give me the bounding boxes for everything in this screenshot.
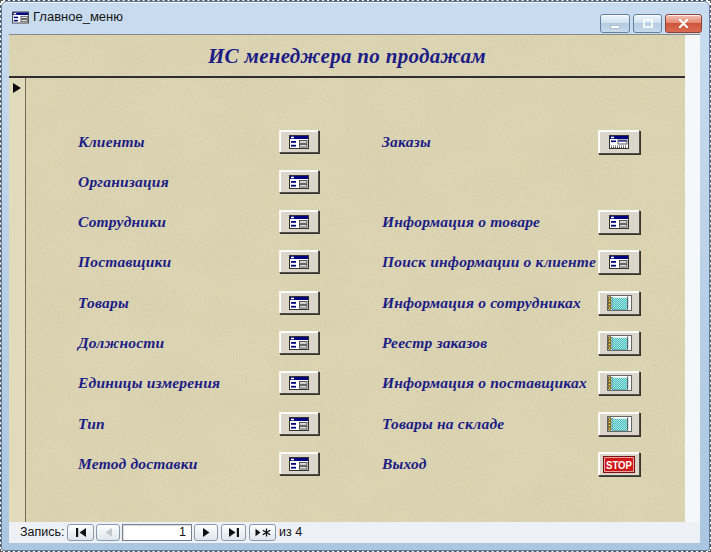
record-navigation-bar: Запись: 1 из 4 — [9, 522, 700, 543]
restore-button[interactable] — [633, 14, 662, 33]
open-report-button[interactable] — [598, 331, 640, 355]
menu-row: Должности — [78, 330, 324, 356]
window-title: Главное_меню — [33, 2, 123, 32]
access-form-window: Главное_меню ИС менеджера по про — [1, 1, 710, 551]
new-record-button[interactable] — [249, 524, 276, 541]
form-icon — [289, 296, 309, 310]
next-record-icon — [202, 528, 211, 537]
open-report-button[interactable] — [598, 371, 640, 395]
menu-row: Выход STOP — [382, 451, 644, 477]
new-record-icon — [255, 528, 271, 537]
record-selector-bar[interactable] — [9, 78, 26, 522]
close-button[interactable] — [665, 14, 702, 33]
menu-row: Поставщики — [78, 249, 324, 275]
form-icon — [289, 135, 309, 149]
menu-row: Тип — [78, 411, 324, 437]
report-icon — [607, 375, 632, 391]
report-icon — [607, 416, 632, 432]
screenshot-root: Главное_меню ИС менеджера по про — [0, 0, 711, 552]
menu-row: Реестр заказов — [382, 330, 644, 356]
menu-row: Метод доставки — [78, 451, 324, 477]
restore-icon — [643, 19, 653, 28]
menu-label: Товары — [78, 290, 129, 316]
previous-record-icon — [104, 528, 113, 537]
last-record-button[interactable] — [221, 524, 246, 541]
form-icon — [289, 175, 309, 189]
open-subform-button[interactable] — [598, 130, 640, 154]
menu-label: Клиенты — [78, 129, 145, 155]
menu-label: Организация — [78, 169, 169, 195]
form-subform-icon — [609, 135, 629, 149]
open-form-button[interactable] — [279, 250, 319, 273]
menu-label: Сотрудники — [78, 209, 166, 235]
menu-row: Информация о сотрудниках — [382, 290, 644, 316]
menu-label: Информация о поставщиках — [382, 370, 587, 396]
record-label: Запись: — [20, 522, 65, 543]
window-controls — [600, 14, 702, 33]
report-icon — [607, 335, 632, 351]
open-form-button[interactable] — [279, 412, 319, 435]
open-form-button[interactable] — [279, 291, 319, 314]
stop-text: STOP — [606, 458, 632, 470]
form-icon — [609, 215, 629, 229]
menu-row: Информация о поставщиках — [382, 370, 644, 396]
parchment-texture — [9, 35, 685, 522]
menu-row: Заказы — [382, 129, 644, 155]
record-count-text: из 4 — [279, 522, 302, 543]
report-icon — [607, 295, 632, 311]
current-record-input[interactable]: 1 — [122, 524, 192, 541]
menu-label: Метод доставки — [78, 451, 198, 477]
menu-row: Товары на складе — [382, 411, 644, 437]
menu-row: Единицы измерения — [78, 370, 324, 396]
open-form-button[interactable] — [279, 371, 319, 394]
menu-label: Выход — [382, 451, 427, 477]
menu-row: Поиск информации о клиенте — [382, 249, 644, 275]
form-surface: ИС менеджера по продажам Клиенты Организ… — [9, 35, 685, 522]
form-icon — [289, 417, 309, 431]
menu-label: Тип — [78, 411, 105, 437]
open-form-button[interactable] — [279, 170, 319, 193]
open-form-button[interactable] — [279, 331, 319, 354]
open-form-button[interactable] — [279, 210, 319, 233]
stop-icon: STOP — [603, 456, 635, 473]
header-separator — [9, 76, 685, 78]
current-record-arrow-icon — [13, 83, 21, 93]
minimize-icon — [610, 25, 620, 29]
previous-record-button[interactable] — [96, 524, 120, 541]
form-icon — [289, 376, 309, 390]
menu-row: Клиенты — [78, 129, 324, 155]
first-record-icon — [75, 528, 87, 537]
form-icon — [289, 457, 309, 471]
form-icon — [289, 336, 309, 350]
menu-label: Заказы — [382, 129, 431, 155]
open-form-button[interactable] — [598, 210, 640, 234]
open-report-button[interactable] — [598, 291, 640, 315]
menu-row: Организация — [78, 169, 324, 195]
window-form-icon — [12, 11, 29, 24]
form-icon — [289, 215, 309, 229]
menu-label: Поставщики — [78, 249, 171, 275]
menu-label: Информация о сотрудниках — [382, 290, 581, 316]
form-icon — [289, 255, 309, 269]
first-record-button[interactable] — [67, 524, 94, 541]
open-form-button[interactable] — [279, 452, 319, 475]
last-record-icon — [228, 528, 240, 537]
menu-label: Единицы измерения — [78, 370, 220, 396]
minimize-button[interactable] — [600, 14, 630, 33]
open-form-button[interactable] — [598, 250, 640, 274]
form-client-area: ИС менеджера по продажам Клиенты Организ… — [9, 34, 700, 542]
open-report-button[interactable] — [598, 412, 640, 436]
menu-row: Сотрудники — [78, 209, 324, 235]
exit-button[interactable]: STOP — [598, 452, 640, 476]
menu-label: Поиск информации о клиенте — [382, 249, 596, 275]
window-titlebar[interactable]: Главное_меню — [2, 2, 709, 34]
form-title: ИС менеджера по продажам — [9, 35, 685, 75]
menu-label: Товары на складе — [382, 411, 504, 437]
next-record-button[interactable] — [194, 524, 218, 541]
open-form-button[interactable] — [279, 130, 319, 153]
menu-label: Реестр заказов — [382, 330, 487, 356]
menu-row: Товары — [78, 290, 324, 316]
menu-row: Информация о товаре — [382, 209, 644, 235]
form-icon — [609, 255, 629, 269]
menu-label: Должности — [78, 330, 164, 356]
